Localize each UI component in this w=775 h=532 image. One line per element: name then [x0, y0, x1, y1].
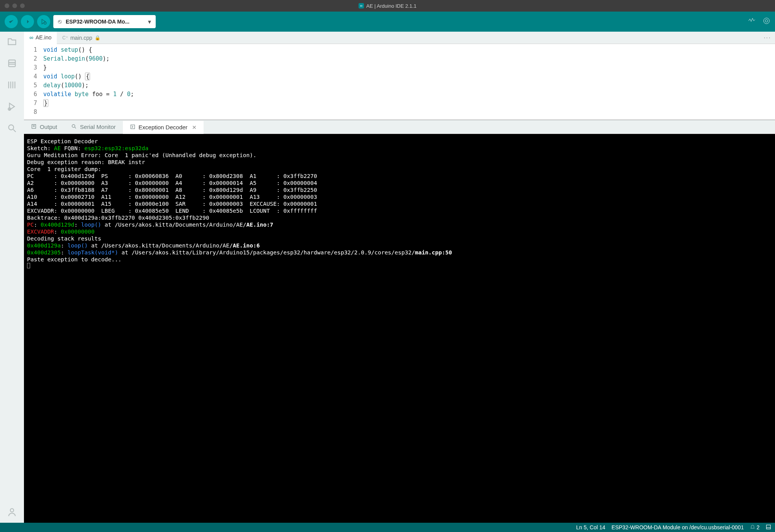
- console-output[interactable]: ESP Exception DecoderSketch: AE FQBN: es…: [24, 134, 775, 523]
- panel-tab-serial-monitor[interactable]: Serial Monitor: [64, 120, 123, 134]
- bottom-panel: OutputSerial MonitorException Decoder✕ E…: [24, 120, 775, 523]
- code-editor[interactable]: 12345678 void setup() { Serial.begin(960…: [24, 44, 775, 120]
- tab-label: main.cpp: [70, 35, 92, 41]
- board-selector[interactable]: ⎋ ESP32-WROOM-DA Mo... ▾: [53, 15, 156, 28]
- notifications-button[interactable]: 2: [750, 524, 760, 530]
- svg-point-6: [10, 508, 14, 512]
- panel-tab-label: Serial Monitor: [80, 124, 116, 130]
- file-tab-AE-ino[interactable]: ∞AE.ino: [24, 32, 57, 44]
- editor-column: ∞AE.inoC⁺main.cpp🔒 ··· 12345678 void set…: [24, 32, 775, 523]
- code-content[interactable]: void setup() { Serial.begin(9600);}void …: [43, 44, 134, 120]
- serial-plotter-button[interactable]: [748, 17, 756, 26]
- panel-tab-label: Exception Decoder: [139, 124, 188, 130]
- file-tab-main-cpp[interactable]: C⁺main.cpp🔒: [57, 32, 105, 44]
- chevron-down-icon: ▾: [148, 18, 151, 25]
- svg-point-2: [764, 18, 770, 24]
- window-controls: [5, 3, 25, 8]
- debug-button[interactable]: [37, 15, 50, 28]
- svg-point-8: [72, 124, 75, 127]
- account-icon[interactable]: [7, 507, 17, 517]
- toolbar: ⎋ ESP32-WROOM-DA Mo... ▾: [0, 12, 775, 32]
- verify-button[interactable]: [5, 15, 18, 28]
- board-manager-icon[interactable]: [7, 58, 17, 69]
- debug-icon[interactable]: [7, 101, 17, 112]
- line-gutter: 12345678: [24, 44, 43, 120]
- panel-tab-label: Output: [40, 124, 57, 130]
- main-area: ∞AE.inoC⁺main.cpp🔒 ··· 12345678 void set…: [0, 32, 775, 523]
- status-board-label[interactable]: ESP32-WROOM-DA Module on /dev/cu.usbseri…: [612, 524, 744, 530]
- cursor-position-label[interactable]: Ln 5, Col 14: [576, 524, 605, 530]
- minimize-window-icon[interactable]: [12, 3, 17, 8]
- svg-rect-10: [767, 525, 771, 529]
- arduino-file-icon: ∞: [29, 34, 33, 41]
- sketchbook-icon[interactable]: [7, 36, 17, 47]
- svg-point-0: [44, 22, 46, 24]
- usb-icon: ⎋: [58, 18, 62, 25]
- statusbar: Ln 5, Col 14 ESP32-WROOM-DA Module on /d…: [0, 523, 775, 532]
- toolbar-right: [748, 17, 770, 26]
- editor-tabs: ∞AE.inoC⁺main.cpp🔒 ···: [24, 32, 775, 44]
- titlebar: ∞ AE | Arduino IDE 2.1.1: [0, 0, 775, 12]
- close-panel-icon[interactable]: [766, 524, 771, 531]
- selected-board-label: ESP32-WROOM-DA Mo...: [66, 19, 129, 25]
- svg-point-5: [8, 125, 14, 130]
- panel-tab-output[interactable]: Output: [24, 120, 64, 134]
- tabs-overflow-button[interactable]: ···: [764, 34, 775, 41]
- close-window-icon[interactable]: [5, 3, 9, 8]
- text-cursor: [27, 263, 30, 268]
- tab-label: AE.ino: [36, 34, 51, 41]
- lock-icon: 🔒: [95, 35, 100, 41]
- library-manager-icon[interactable]: [7, 80, 17, 90]
- activity-bar: [0, 32, 24, 523]
- notifications-count: 2: [756, 524, 760, 530]
- window-title-text: AE | Arduino IDE 2.1.1: [366, 3, 416, 9]
- window-title: ∞ AE | Arduino IDE 2.1.1: [359, 3, 416, 9]
- search-icon[interactable]: [7, 123, 17, 134]
- panel-tab-icon: [31, 124, 37, 130]
- arduino-logo-icon: ∞: [359, 3, 364, 8]
- cpp-file-icon: C⁺: [62, 35, 68, 41]
- svg-point-1: [765, 20, 768, 22]
- upload-button[interactable]: [21, 15, 34, 28]
- svg-rect-3: [8, 60, 15, 66]
- panel-tab-exception-decoder[interactable]: Exception Decoder✕: [123, 120, 204, 134]
- zoom-window-icon[interactable]: [20, 3, 25, 8]
- serial-monitor-button[interactable]: [763, 17, 770, 26]
- panel-tabs: OutputSerial MonitorException Decoder✕: [24, 120, 775, 134]
- panel-tab-icon: [130, 124, 136, 131]
- panel-tab-icon: [71, 124, 77, 130]
- close-tab-icon[interactable]: ✕: [192, 124, 197, 130]
